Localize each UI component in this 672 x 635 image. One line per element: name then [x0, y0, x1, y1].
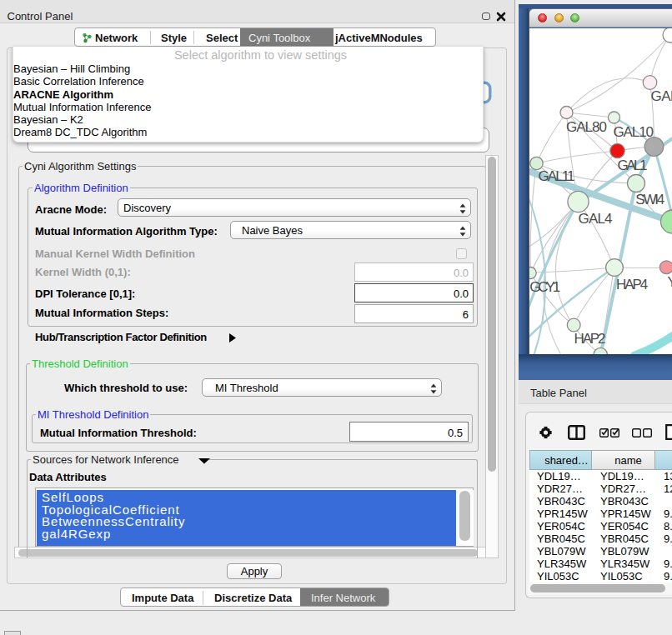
svg-text:GAL1: GAL1 [617, 157, 647, 172]
svg-text:HAP4: HAP4 [616, 276, 648, 292]
svg-text:GAL2: GAL2 [650, 88, 672, 104]
svg-text:GCY1: GCY1 [529, 278, 560, 294]
svg-text:Y: Y [667, 273, 672, 289]
svg-text:GAL11: GAL11 [538, 168, 574, 183]
svg-text:GAL4: GAL4 [578, 210, 612, 226]
svg-text:SWI4: SWI4 [635, 191, 664, 207]
svg-text:GAL80: GAL80 [566, 118, 607, 134]
svg-text:HAP2: HAP2 [574, 330, 605, 346]
svg-text:GAL10: GAL10 [613, 123, 654, 139]
